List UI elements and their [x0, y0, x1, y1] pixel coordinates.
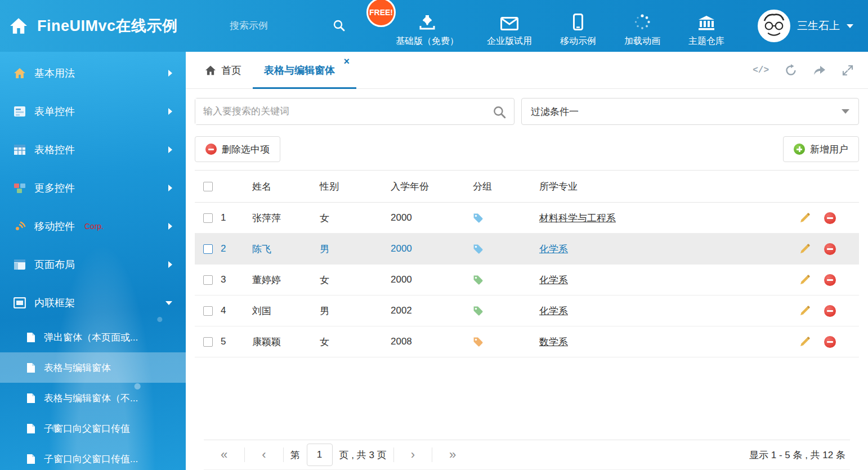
tab-home[interactable]: 首页 — [194, 52, 253, 88]
user-menu[interactable]: 三生石上 — [758, 10, 868, 42]
row-checkbox[interactable] — [203, 275, 213, 285]
column-header-name[interactable]: 姓名 — [252, 180, 320, 193]
app-title: FineUIMvc在线示例 — [37, 16, 178, 36]
header-search — [230, 15, 351, 37]
table-row[interactable]: 3 董婷婷 女 2000 化学系 — [195, 265, 859, 296]
sidebar-subitem-grid-edit-window[interactable]: 表格与编辑窗体 — [0, 352, 186, 383]
edit-icon[interactable] — [799, 305, 811, 316]
share-icon[interactable] — [813, 65, 826, 76]
bank-icon — [697, 12, 715, 30]
edit-icon[interactable] — [799, 212, 811, 223]
sidebar-subitem-child-to-parent-2[interactable]: 子窗口向父窗口传值... — [0, 444, 186, 470]
corp-badge: Corp. — [84, 222, 104, 231]
main-content: 首页 表格与编辑窗体 × </> 过滤条件 — [186, 52, 868, 470]
app-home-icon[interactable] — [9, 17, 28, 34]
last-page-button[interactable]: » — [432, 449, 473, 461]
header-nav: FREE! 基础版（免费） 企业版试用 — [396, 5, 724, 47]
page-prefix: 第 — [284, 449, 307, 462]
pagination-bar: « ‹ 第 页 , 共 3 页 › » 显示 1 - 5 条 , 共 12 条 — [204, 440, 850, 470]
edit-icon[interactable] — [799, 274, 811, 285]
delete-icon[interactable] — [824, 212, 836, 224]
major-link[interactable]: 化学系 — [539, 306, 568, 316]
delete-icon[interactable] — [824, 243, 836, 255]
major-link[interactable]: 材料科学与工程系 — [539, 213, 616, 223]
edit-icon[interactable] — [799, 336, 811, 347]
nav-label: 基础版（免费） — [396, 35, 459, 47]
keyword-search-input[interactable] — [195, 99, 484, 124]
avatar[interactable] — [758, 10, 790, 42]
file-icon — [25, 331, 37, 343]
search-icon[interactable] — [333, 19, 345, 32]
mobile-icon — [573, 12, 583, 30]
sidebar-subitem-popup-window[interactable]: 弹出窗体（本页面或... — [0, 322, 186, 352]
sidebar-item-mobile-controls[interactable]: 移动控件 Corp. — [0, 207, 186, 245]
sidebar: 基本用法 表单控件 表格控件 更多控件 移动控件 Corp. 页面布局 — [0, 52, 186, 470]
nav-item-basic-edition[interactable]: FREE! 基础版（免费） — [396, 5, 459, 47]
nav-item-enterprise-trial[interactable]: 企业版试用 — [487, 5, 532, 47]
refresh-icon[interactable] — [785, 64, 797, 77]
filter-row: 过滤条件一 — [186, 89, 868, 133]
blocks-icon — [14, 182, 26, 194]
major-link[interactable]: 化学系 — [539, 275, 568, 285]
column-header-group[interactable]: 分组 — [473, 180, 539, 193]
select-all-checkbox[interactable] — [203, 182, 213, 191]
nav-item-mobile-demo[interactable]: 移动示例 — [560, 5, 596, 47]
first-page-button[interactable]: « — [204, 449, 244, 461]
tab-grid-edit-window[interactable]: 表格与编辑窗体 × — [253, 52, 356, 88]
home-icon — [205, 65, 216, 75]
delete-icon[interactable] — [824, 305, 836, 317]
plus-circle-icon — [794, 144, 805, 155]
envelope-icon — [500, 12, 518, 30]
major-link[interactable]: 化学系 — [539, 244, 568, 254]
app-header: FineUIMvc在线示例 FREE! 基础版（免费） — [0, 0, 868, 52]
file-icon — [25, 392, 37, 404]
table-row[interactable]: 5 康颖颖 女 2008 数学系 — [195, 326, 859, 357]
table-row[interactable]: 1 张萍萍 女 2000 材料科学与工程系 — [195, 203, 859, 234]
nav-item-loading-animation[interactable]: 加载动画 — [624, 5, 660, 47]
delete-selected-button[interactable]: 删除选中项 — [195, 136, 280, 162]
row-checkbox[interactable] — [203, 213, 213, 223]
next-page-button[interactable]: › — [394, 449, 432, 461]
prev-page-button[interactable]: ‹ — [245, 449, 283, 461]
row-checkbox[interactable] — [203, 306, 213, 316]
column-header-year[interactable]: 入学年份 — [391, 180, 473, 193]
page-number-input[interactable] — [307, 444, 333, 466]
table-row[interactable]: 4 刘国 男 2002 化学系 — [195, 296, 859, 326]
spinner-icon — [634, 12, 651, 30]
column-header-major[interactable]: 所学专业 — [539, 180, 793, 193]
form-icon — [14, 105, 26, 118]
sidebar-item-grid-controls[interactable]: 表格控件 — [0, 131, 186, 169]
nav-item-theme-store[interactable]: 主题仓库 — [688, 5, 724, 47]
sidebar-item-form-controls[interactable]: 表单控件 — [0, 92, 186, 131]
logo-area: FineUIMvc在线示例 — [0, 16, 230, 36]
data-grid: 姓名 性别 入学年份 分组 所学专业 1 张萍萍 女 2000 材料科学与工程系 — [195, 170, 859, 470]
sidebar-subitem-child-to-parent[interactable]: 子窗口向父窗口传值 — [0, 413, 186, 444]
delete-icon[interactable] — [824, 336, 836, 348]
sidebar-item-more-controls[interactable]: 更多控件 — [0, 169, 186, 207]
add-user-button[interactable]: 新增用户 — [783, 136, 859, 162]
edit-icon[interactable] — [799, 243, 811, 254]
search-icon[interactable] — [493, 105, 506, 119]
header-search-input[interactable] — [230, 15, 320, 37]
file-icon — [25, 422, 37, 435]
nav-label: 企业版试用 — [487, 35, 532, 47]
major-link[interactable]: 数学系 — [539, 337, 568, 347]
sidebar-item-inline-frame[interactable]: 内联框架 — [0, 284, 186, 322]
chevron-down-icon — [165, 301, 172, 305]
free-badge: FREE! — [366, 0, 396, 27]
sidebar-item-page-layout[interactable]: 页面布局 — [0, 245, 186, 284]
sidebar-item-basic-usage[interactable]: 基本用法 — [0, 54, 186, 92]
close-icon[interactable]: × — [343, 56, 350, 66]
row-checkbox[interactable] — [203, 337, 213, 347]
sidebar-subitem-grid-edit-window-2[interactable]: 表格与编辑窗体（不... — [0, 383, 186, 413]
delete-icon[interactable] — [824, 274, 836, 286]
tab-tools: </> — [753, 52, 868, 88]
expand-icon[interactable] — [842, 65, 853, 76]
tag-icon — [473, 244, 539, 254]
table-row[interactable]: 2 陈飞 男 2000 化学系 — [195, 234, 859, 265]
table-header: 姓名 性别 入学年份 分组 所学专业 — [195, 170, 859, 203]
row-checkbox[interactable] — [203, 244, 213, 254]
code-icon[interactable]: </> — [753, 65, 769, 75]
filter-select[interactable]: 过滤条件一 — [521, 98, 859, 125]
column-header-gender[interactable]: 性别 — [320, 180, 391, 193]
